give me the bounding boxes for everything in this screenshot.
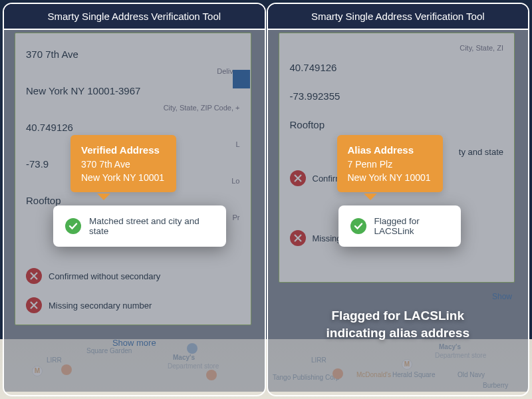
callout-line: New York NY 10001 (348, 171, 431, 184)
field-hint: City, State, ZIP Code, + (26, 102, 240, 116)
highlight-label: Matched street and city and state (89, 216, 214, 236)
panel-title: Smarty Single Address Verification Tool (268, 4, 529, 30)
status-label: Missing secondary number (49, 301, 152, 311)
status-label: ty and state (459, 147, 503, 157)
alias-callout: Alias Address 7 Penn Plz New York NY 100… (337, 135, 443, 192)
split-container: Smarty Single Address Verification Tool … (0, 0, 532, 399)
field-hint: Deliver (26, 66, 240, 79)
x-icon (290, 230, 306, 246)
geocode-precision: Rooftop (290, 113, 504, 136)
show-more-link[interactable]: Show more (4, 332, 265, 350)
explainer-caption: Flagged for LACSLink indicating alias ad… (268, 307, 529, 342)
panel-verified: Smarty Single Address Verification Tool … (3, 3, 266, 396)
callout-title: Alias Address (348, 143, 431, 158)
highlight-label: Flagged for LACSLink (374, 216, 449, 236)
latitude-value: 40.749126 (290, 56, 504, 79)
address-line: 370 7th Ave (26, 43, 240, 66)
highlight-matched: Matched street and city and state (53, 205, 226, 247)
x-icon (26, 268, 42, 284)
x-icon (290, 170, 306, 186)
field-hint: City, State, ZI (290, 43, 504, 56)
verified-callout: Verified Address 370 7th Ave New York NY… (70, 135, 176, 192)
status-label: Confirmed without secondary (49, 271, 160, 281)
x-icon (26, 297, 42, 313)
check-icon (65, 218, 81, 234)
field-hint (290, 79, 504, 84)
longitude-value: -73.992355 (290, 84, 504, 108)
lookup-button[interactable] (233, 70, 250, 88)
highlight-flagged: Flagged for LACSLink (338, 205, 461, 247)
callout-title: Verified Address (81, 143, 164, 158)
callout-line: New York NY 10001 (81, 171, 164, 184)
panel-body: 370 7th Ave Deliver New York NY 10001-39… (4, 30, 265, 392)
field-hint (290, 108, 504, 113)
status-confirmed: Confirmed without secondary (26, 261, 240, 291)
panel-alias: Smarty Single Address Verification Tool … (267, 3, 530, 396)
check-icon (350, 218, 366, 234)
panel-title: Smarty Single Address Verification Tool (4, 4, 265, 30)
caption-line: Flagged for LACSLink (268, 307, 529, 325)
status-missing: Missing secondary number (26, 291, 240, 320)
show-link[interactable]: Show (492, 292, 512, 301)
caption-line: indicating alias address (268, 325, 529, 342)
callout-line: 370 7th Ave (81, 158, 164, 171)
panel-body: City, State, ZI 40.749126 -73.992355 Roo… (268, 30, 529, 392)
callout-line: 7 Penn Plz (348, 158, 431, 171)
address-city: New York NY 10001-3967 (26, 79, 240, 102)
